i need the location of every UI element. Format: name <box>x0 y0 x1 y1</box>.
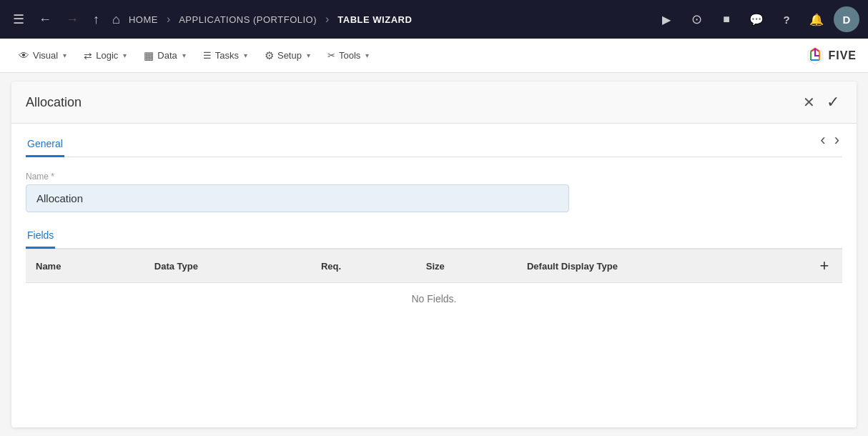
save-check-button[interactable]: ✓ <box>824 90 842 114</box>
menu-icon-btn[interactable]: ☰ <box>9 7 29 31</box>
help-icon: ? <box>783 14 789 26</box>
five-logo: FIVE <box>805 46 857 66</box>
play-button[interactable]: ▶ <box>654 6 679 32</box>
tools-menu-item[interactable]: ✂ Tools ▾ <box>320 46 376 65</box>
tools-icon: ✂ <box>327 50 335 61</box>
forward-button[interactable]: → <box>61 8 83 31</box>
close-icon: ✕ <box>803 94 815 111</box>
main-content: Allocation ✕ ✓ General ‹ <box>0 73 868 436</box>
tools-label: Tools <box>339 50 360 61</box>
visual-menu-item[interactable]: 👁 Visual ▾ <box>11 45 74 66</box>
secondary-toolbar: 👁 Visual ▾ ⇄ Logic ▾ ▦ Data ▾ ☰ Tasks ▾ … <box>0 39 868 73</box>
up-icon: ↑ <box>93 12 99 27</box>
name-input[interactable] <box>26 184 569 212</box>
data-label: Data <box>157 50 177 61</box>
data-menu-item[interactable]: ▦ Data ▾ <box>137 45 192 66</box>
visual-dropdown-arrow: ▾ <box>63 51 66 59</box>
search-button[interactable]: ⊙ <box>684 6 709 32</box>
check-icon: ✓ <box>827 93 839 112</box>
no-fields-row: No Fields. <box>26 283 842 315</box>
allocation-panel: Allocation ✕ ✓ General ‹ <box>11 81 857 427</box>
home-icon: ⌂ <box>112 12 120 27</box>
main-tab-bar: General <box>11 124 817 157</box>
top-nav: ☰ ← → ↑ ⌂ HOME › APPLICATIONS (PORTFOLIO… <box>0 0 868 39</box>
setup-menu-item[interactable]: ⚙ Setup ▾ <box>257 45 317 66</box>
visual-label: Visual <box>33 50 58 61</box>
col-default-display-type: Default Display Type <box>517 249 807 283</box>
breadcrumb-sep-1: › <box>167 13 170 26</box>
tasks-icon: ☰ <box>203 50 212 61</box>
five-logo-text: FIVE <box>828 49 857 62</box>
chat-icon: 💬 <box>749 13 764 26</box>
breadcrumb-home[interactable]: HOME <box>129 14 158 25</box>
stop-button[interactable]: ■ <box>714 6 739 32</box>
no-fields-text: No Fields. <box>26 283 842 315</box>
col-data-type: Data Type <box>144 249 311 283</box>
avatar-label: D <box>843 14 851 26</box>
tasks-label: Tasks <box>215 50 239 61</box>
back-button[interactable]: ← <box>34 8 56 31</box>
play-icon: ▶ <box>662 13 671 26</box>
col-name: Name <box>26 249 144 283</box>
fields-tab-bar: Fields <box>26 224 842 249</box>
logic-dropdown-arrow: ▾ <box>123 51 127 59</box>
breadcrumb-wizard: TABLE WIZARD <box>337 14 412 25</box>
stop-icon: ■ <box>723 13 730 26</box>
forward-icon: → <box>66 12 79 27</box>
nav-left: ☰ ← → ↑ ⌂ HOME › APPLICATIONS (PORTFOLIO… <box>9 7 412 31</box>
breadcrumb-apps[interactable]: APPLICATIONS (PORTFOLIO) <box>179 14 317 25</box>
search-icon: ⊙ <box>691 11 702 27</box>
up-button[interactable]: ↑ <box>89 8 104 31</box>
close-button[interactable]: ✕ <box>800 91 818 114</box>
tasks-menu-item[interactable]: ☰ Tasks ▾ <box>196 46 255 65</box>
name-field: Name * <box>26 172 569 212</box>
form-area: Name * <box>11 157 857 224</box>
notifications-button[interactable]: 🔔 <box>804 6 829 32</box>
data-icon: ▦ <box>144 49 154 62</box>
col-req: Req. <box>311 249 416 283</box>
tab-fields[interactable]: Fields <box>26 224 55 249</box>
bell-icon: 🔔 <box>809 13 824 26</box>
tools-dropdown-arrow: ▾ <box>365 51 369 59</box>
tab-general[interactable]: General <box>26 132 64 157</box>
col-add: + <box>807 249 842 283</box>
chat-button[interactable]: 💬 <box>744 6 769 32</box>
panel-header-actions: ✕ ✓ <box>800 90 842 114</box>
logic-menu-item[interactable]: ⇄ Logic ▾ <box>77 46 134 66</box>
next-icon: › <box>834 131 839 149</box>
breadcrumb-sep-2: › <box>325 13 329 26</box>
logic-icon: ⇄ <box>84 50 92 61</box>
panel-header: Allocation ✕ ✓ <box>11 81 857 124</box>
back-icon: ← <box>39 12 51 27</box>
logic-label: Logic <box>96 50 118 61</box>
five-logo-icon <box>805 46 825 66</box>
tab-next-button[interactable]: › <box>832 129 842 151</box>
tasks-dropdown-arrow: ▾ <box>244 51 247 59</box>
data-dropdown-arrow: ▾ <box>182 51 186 59</box>
toolbar-menu-items: 👁 Visual ▾ ⇄ Logic ▾ ▦ Data ▾ ☰ Tasks ▾ … <box>11 45 376 66</box>
nav-right: ▶ ⊙ ■ 💬 ? 🔔 D <box>654 6 859 32</box>
panel-body: General ‹ › Name * <box>11 124 857 427</box>
add-field-button[interactable]: + <box>817 257 832 275</box>
help-button[interactable]: ? <box>774 6 799 32</box>
visual-icon: 👁 <box>19 49 29 61</box>
panel-title: Allocation <box>26 95 82 110</box>
setup-label: Setup <box>277 50 302 61</box>
tab-prev-button[interactable]: ‹ <box>817 129 828 151</box>
fields-table: Name Data Type Req. Size Default Display… <box>26 249 842 314</box>
prev-icon: ‹ <box>820 131 825 149</box>
setup-icon: ⚙ <box>265 49 274 62</box>
setup-dropdown-arrow: ▾ <box>307 51 310 59</box>
col-size: Size <box>416 249 517 283</box>
fields-table-header-row: Name Data Type Req. Size Default Display… <box>26 249 842 283</box>
fields-section: Fields Name Data Type Req. Size Default … <box>11 224 857 320</box>
user-avatar-button[interactable]: D <box>834 6 859 32</box>
name-field-label: Name * <box>26 172 569 182</box>
hamburger-icon: ☰ <box>13 11 24 27</box>
